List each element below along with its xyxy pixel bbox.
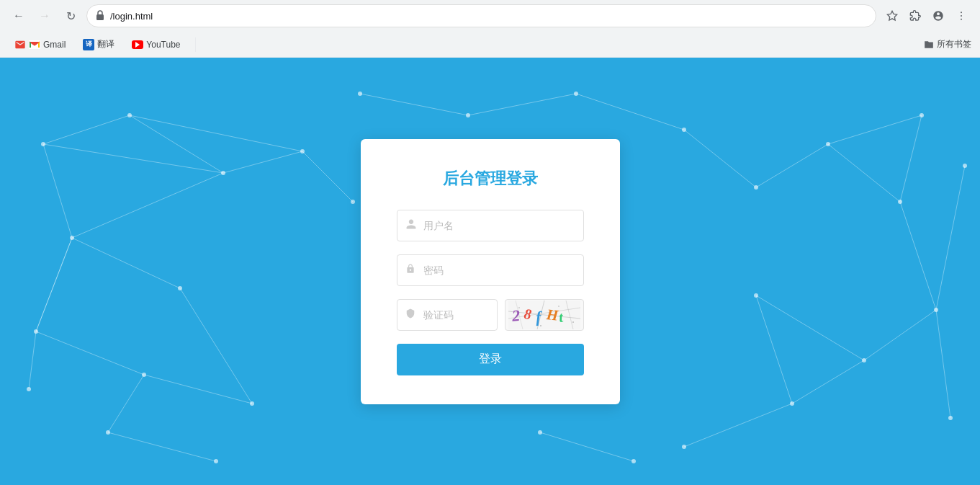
svg-line-40: [130, 115, 223, 173]
svg-line-62: [756, 295, 792, 404]
svg-point-85: [540, 325, 541, 326]
menu-button[interactable]: [951, 6, 971, 26]
password-input[interactable]: [397, 254, 584, 286]
all-bookmarks-label: 所有书签: [937, 38, 971, 50]
svg-marker-1: [887, 11, 896, 20]
svg-line-48: [223, 151, 302, 173]
svg-line-45: [36, 332, 144, 375]
svg-line-69: [468, 94, 576, 115]
browser-toolbar: ← → ↻ /login.html: [0, 0, 980, 32]
svg-line-61: [756, 295, 864, 360]
svg-line-55: [756, 144, 828, 187]
svg-point-87: [572, 321, 574, 323]
captcha-input-wrap: [397, 299, 498, 331]
password-group: [397, 254, 584, 286]
svg-line-64: [900, 115, 922, 202]
svg-line-60: [684, 404, 792, 447]
reload-button[interactable]: ↻: [60, 6, 81, 26]
bookmarks-divider: [195, 37, 196, 52]
shield-icon: [405, 308, 415, 322]
security-icon: [96, 10, 104, 22]
svg-line-68: [360, 94, 468, 115]
svg-line-50: [130, 115, 302, 151]
folder-icon: [924, 40, 934, 50]
user-icon: [405, 218, 417, 233]
youtube-label: YouTube: [146, 40, 180, 50]
login-card: 后台管理登录: [361, 139, 620, 404]
bookmark-fanyi[interactable]: 译 翻译: [77, 35, 120, 53]
login-title: 后台管理登录: [397, 168, 584, 190]
username-input[interactable]: [397, 210, 584, 241]
all-bookmarks-button[interactable]: 所有书签: [924, 38, 971, 50]
gmail-label: Gmail: [43, 40, 66, 50]
svg-line-63: [828, 115, 922, 144]
svg-line-58: [864, 310, 936, 360]
svg-line-52: [108, 375, 144, 432]
page-content: 后台管理登录: [0, 58, 980, 485]
svg-point-84: [518, 307, 520, 308]
svg-line-59: [792, 360, 864, 404]
login-button[interactable]: 登录: [397, 344, 584, 375]
svg-line-70: [576, 94, 684, 130]
svg-line-47: [180, 288, 252, 404]
svg-line-43: [72, 238, 180, 288]
svg-line-39: [43, 115, 130, 144]
captcha-svg: 2 8 f H t: [508, 301, 580, 329]
svg-line-65: [936, 166, 965, 310]
address-bar[interactable]: /login.html: [86, 4, 876, 27]
bookmarks-bar: Gmail 译 翻译 YouTube 所有书签: [0, 32, 980, 58]
browser-actions: [882, 6, 971, 26]
lock-icon: [405, 263, 415, 277]
svg-line-66: [936, 310, 950, 418]
svg-line-72: [36, 238, 72, 332]
svg-line-71: [43, 144, 223, 173]
gmail-logo-icon: [29, 40, 40, 49]
svg-line-41: [43, 144, 72, 238]
username-group: [397, 210, 584, 241]
url-text: /login.html: [110, 11, 153, 22]
captcha-row: 2 8 f H t: [397, 299, 584, 331]
svg-line-53: [29, 332, 36, 389]
svg-point-4: [961, 19, 962, 20]
svg-rect-0: [96, 14, 104, 20]
svg-line-46: [144, 375, 252, 404]
forward-button[interactable]: →: [35, 6, 55, 26]
svg-line-57: [900, 202, 936, 310]
fanyi-icon: 译: [83, 39, 94, 50]
bookmark-youtube[interactable]: YouTube: [126, 37, 186, 53]
extensions-button[interactable]: [905, 6, 925, 26]
svg-line-49: [302, 151, 353, 202]
gmail-icon: [14, 39, 26, 50]
svg-point-2: [961, 12, 962, 13]
back-button[interactable]: ←: [9, 6, 29, 26]
svg-line-67: [540, 432, 634, 461]
svg-text:2: 2: [510, 306, 520, 324]
browser-chrome: ← → ↻ /login.html: [0, 0, 980, 58]
bookmark-gmail[interactable]: Gmail: [9, 36, 71, 53]
fanyi-label: 翻译: [97, 38, 114, 50]
captcha-image[interactable]: 2 8 f H t: [505, 299, 584, 331]
svg-line-42: [72, 173, 223, 238]
svg-point-86: [558, 306, 559, 307]
youtube-icon: [132, 40, 143, 49]
svg-line-56: [828, 144, 900, 202]
svg-point-3: [961, 15, 962, 17]
svg-line-54: [684, 130, 756, 187]
bookmark-star-button[interactable]: [882, 6, 902, 26]
svg-line-51: [108, 432, 216, 461]
svg-text:H: H: [544, 306, 559, 324]
profile-button[interactable]: [928, 6, 948, 26]
